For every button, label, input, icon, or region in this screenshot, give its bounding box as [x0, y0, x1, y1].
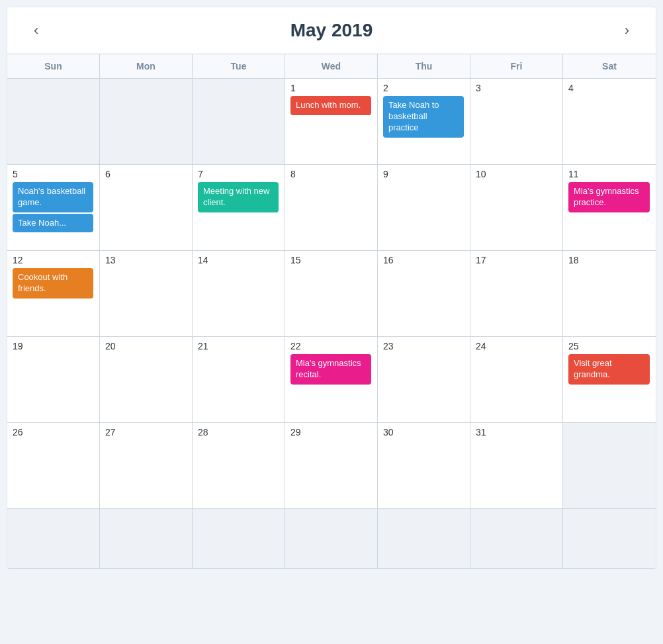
- day-cell[interactable]: 7Meeting with new client.: [193, 165, 285, 251]
- day-number: 15: [290, 255, 374, 265]
- calendar-event[interactable]: Visit great grandma.: [568, 354, 650, 385]
- day-cell[interactable]: 12Cookout with friends.: [7, 251, 100, 337]
- day-number: 26: [13, 427, 96, 437]
- day-cell[interactable]: 15: [285, 251, 378, 337]
- day-header-tue: Tue: [193, 54, 285, 79]
- day-cell[interactable]: 10: [470, 165, 563, 251]
- day-cell[interactable]: 24: [470, 337, 563, 423]
- calendar-grid: SunMonTueWedThuFriSat1Lunch with mom.2Ta…: [7, 54, 656, 569]
- day-cell[interactable]: [563, 423, 656, 509]
- day-number: 10: [476, 169, 559, 179]
- day-number: 25: [568, 341, 652, 351]
- day-number: 8: [290, 169, 374, 179]
- day-cell[interactable]: 2Take Noah to basketball practice: [378, 79, 470, 165]
- day-cell[interactable]: 8: [285, 165, 378, 251]
- day-number: 29: [290, 427, 374, 437]
- day-number: 5: [13, 169, 96, 179]
- day-cell[interactable]: 31: [470, 423, 563, 509]
- day-cell[interactable]: 20: [100, 337, 193, 423]
- day-cell[interactable]: 3: [470, 79, 563, 165]
- day-cell[interactable]: 29: [285, 423, 378, 509]
- day-number: 27: [105, 427, 189, 437]
- calendar-event[interactable]: Mia's gymnastics recital.: [290, 354, 371, 385]
- day-header-sat: Sat: [563, 54, 656, 79]
- day-number: 17: [476, 255, 559, 265]
- calendar-header: ‹ May 2019 ›: [7, 7, 656, 54]
- day-cell[interactable]: 26: [7, 423, 100, 509]
- day-cell[interactable]: 28: [193, 423, 285, 509]
- day-cell[interactable]: 1Lunch with mom.: [285, 79, 378, 165]
- day-number: 21: [198, 341, 281, 351]
- day-cell[interactable]: 13: [100, 251, 193, 337]
- calendar-container: ‹ May 2019 › SunMonTueWedThuFriSat1Lunch…: [7, 7, 656, 569]
- day-cell[interactable]: 17: [470, 251, 563, 337]
- day-cell[interactable]: 21: [193, 337, 285, 423]
- day-header-wed: Wed: [285, 54, 378, 79]
- day-number: 6: [105, 169, 189, 179]
- day-cell[interactable]: [7, 509, 100, 569]
- day-cell[interactable]: 19: [7, 337, 100, 423]
- day-cell[interactable]: 16: [378, 251, 470, 337]
- day-header-mon: Mon: [100, 54, 193, 79]
- calendar-event[interactable]: Take Noah to basketball practice: [383, 96, 464, 138]
- day-number: 23: [383, 341, 466, 351]
- day-number: 22: [290, 341, 374, 351]
- day-number: 11: [568, 169, 652, 179]
- day-cell[interactable]: 18: [563, 251, 656, 337]
- day-cell[interactable]: [193, 79, 285, 165]
- day-cell[interactable]: [563, 509, 656, 569]
- day-cell[interactable]: 9: [378, 165, 470, 251]
- calendar-event[interactable]: Lunch with mom.: [290, 96, 371, 115]
- day-cell[interactable]: 11Mia's gymnastics practice.: [563, 165, 656, 251]
- next-month-button[interactable]: ›: [618, 19, 636, 42]
- calendar-event[interactable]: Noah's basketball game.: [13, 182, 93, 212]
- day-cell[interactable]: 25Visit great grandma.: [563, 337, 656, 423]
- day-header-thu: Thu: [378, 54, 470, 79]
- day-number: 31: [476, 427, 559, 437]
- day-number: 14: [198, 255, 281, 265]
- day-cell[interactable]: [100, 79, 193, 165]
- day-number: 3: [476, 83, 559, 93]
- day-cell[interactable]: [378, 509, 470, 569]
- day-cell[interactable]: 23: [378, 337, 470, 423]
- day-cell[interactable]: 6: [100, 165, 193, 251]
- day-cell[interactable]: [100, 509, 193, 569]
- day-number: 28: [198, 427, 281, 437]
- calendar-event[interactable]: Meeting with new client.: [198, 182, 279, 212]
- day-cell[interactable]: [7, 79, 100, 165]
- day-number: 30: [383, 427, 466, 437]
- day-header-sun: Sun: [7, 54, 100, 79]
- day-number: 18: [568, 255, 652, 265]
- day-number: 16: [383, 255, 466, 265]
- day-cell[interactable]: 14: [193, 251, 285, 337]
- calendar-event[interactable]: Take Noah...: [13, 214, 93, 232]
- day-number: 20: [105, 341, 189, 351]
- day-cell[interactable]: 22Mia's gymnastics recital.: [285, 337, 378, 423]
- day-cell[interactable]: [193, 509, 285, 569]
- day-number: 12: [13, 255, 96, 265]
- day-cell[interactable]: 27: [100, 423, 193, 509]
- day-cell[interactable]: 4: [563, 79, 656, 165]
- calendar-event[interactable]: Mia's gymnastics practice.: [568, 182, 650, 212]
- calendar-title: May 2019: [290, 20, 373, 41]
- day-cell[interactable]: [470, 509, 563, 569]
- day-number: 2: [383, 83, 466, 93]
- day-cell[interactable]: [285, 509, 378, 569]
- day-header-fri: Fri: [470, 54, 563, 79]
- day-number: 7: [198, 169, 281, 179]
- prev-month-button[interactable]: ‹: [27, 19, 45, 42]
- calendar-event[interactable]: Cookout with friends.: [13, 268, 93, 299]
- day-number: 19: [13, 341, 96, 351]
- day-cell[interactable]: 30: [378, 423, 470, 509]
- day-number: 24: [476, 341, 559, 351]
- day-number: 1: [290, 83, 374, 93]
- day-number: 9: [383, 169, 466, 179]
- day-number: 13: [105, 255, 189, 265]
- day-number: 4: [568, 83, 652, 93]
- day-cell[interactable]: 5Noah's basketball game.Take Noah...: [7, 165, 100, 251]
